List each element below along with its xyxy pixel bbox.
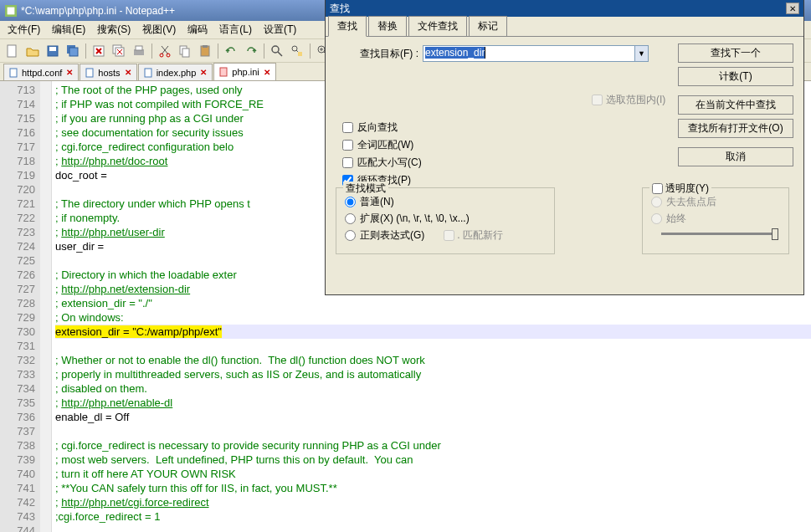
svg-point-18 <box>272 46 279 53</box>
open-icon[interactable] <box>23 42 42 60</box>
find-icon[interactable] <box>268 42 286 60</box>
cut-icon[interactable] <box>156 42 174 60</box>
undo-icon[interactable] <box>222 42 240 60</box>
file-icon <box>9 68 19 78</box>
mode-extended-radio[interactable]: 扩展(X) (\n, \r, \t, \0, \x...) <box>345 212 546 226</box>
count-button[interactable]: 计数(T) <box>678 67 793 86</box>
svg-rect-17 <box>203 45 208 48</box>
save-icon[interactable] <box>44 42 62 60</box>
menu-language[interactable]: 语言(L) <box>213 20 258 39</box>
in-selection-checkbox: 选取范围内(I) <box>592 93 665 107</box>
copy-icon[interactable] <box>176 42 194 60</box>
find-titlebar[interactable]: 查找 ✕ <box>326 0 803 17</box>
tab-php-ini[interactable]: php.ini✕ <box>213 63 275 80</box>
svg-rect-25 <box>145 69 151 77</box>
close-tab-icon[interactable]: ✕ <box>264 68 270 77</box>
app-icon <box>5 5 17 17</box>
svg-rect-11 <box>136 46 142 50</box>
find-tab-mark[interactable]: 标记 <box>469 16 507 37</box>
find-target-label: 查找目标(F) : <box>332 47 423 61</box>
transparency-legend[interactable]: 透明度(Y) <box>649 182 711 196</box>
close-dialog-button[interactable]: ✕ <box>786 3 799 14</box>
mode-regex-radio[interactable]: 正则表达式(G). 匹配新行 <box>345 228 546 243</box>
search-mode-group: 查找模式 普通(N) 扩展(X) (\n, \r, \t, \0, \x...)… <box>336 187 555 254</box>
mode-normal-radio[interactable]: 普通(N) <box>345 195 546 209</box>
find-tab-find[interactable]: 查找 <box>328 16 367 37</box>
replace-icon[interactable] <box>288 42 306 60</box>
find-history-dropdown[interactable]: ▼ <box>634 45 649 62</box>
backward-checkbox[interactable]: 反向查找 <box>342 120 422 135</box>
svg-rect-20 <box>298 52 302 56</box>
find-next-button[interactable]: 查找下一个 <box>678 43 793 63</box>
menu-file[interactable]: 文件(F) <box>2 20 46 39</box>
trans-on-lose-focus-radio: 失去焦点后 <box>651 195 780 209</box>
svg-rect-6 <box>69 48 78 56</box>
find-panel: 查找目标(F) : ▼ extension_dir 查找下一个 计数(T) 在当… <box>326 36 803 294</box>
svg-rect-2 <box>8 45 16 57</box>
menu-encoding[interactable]: 编码 <box>182 20 213 39</box>
menu-edit[interactable]: 编辑(E) <box>46 20 91 39</box>
print-icon[interactable] <box>130 42 148 60</box>
new-file-icon[interactable] <box>3 42 22 60</box>
svg-rect-24 <box>86 69 93 77</box>
svg-rect-15 <box>182 49 189 57</box>
trans-always-radio: 始终 <box>651 212 780 226</box>
cancel-button[interactable]: 取消 <box>678 147 793 166</box>
find-tab-bar: 查找 替换 文件查找 标记 <box>326 17 803 37</box>
window-title: *C:\wamp\php\php.ini - Notepad++ <box>21 5 175 17</box>
tab-httpd-conf[interactable]: httpd.conf✕ <box>3 64 79 80</box>
line-number-gutter: 7137147157167177187197207217227237247257… <box>0 81 40 532</box>
redo-icon[interactable] <box>242 42 260 60</box>
menu-search[interactable]: 搜索(S) <box>91 20 136 39</box>
file-icon <box>144 68 154 78</box>
find-dialog-title: 查找 <box>330 2 350 16</box>
menu-view[interactable]: 视图(V) <box>136 20 182 39</box>
transparency-slider[interactable] <box>661 233 778 235</box>
paste-icon[interactable] <box>196 42 214 60</box>
tab-hosts[interactable]: hosts✕ <box>80 64 136 80</box>
match-case-checkbox[interactable]: 匹配大小写(C) <box>342 156 422 170</box>
save-all-icon[interactable] <box>64 42 82 60</box>
svg-rect-23 <box>10 69 17 77</box>
close-tab-icon[interactable]: ✕ <box>125 68 131 77</box>
find-all-open-button[interactable]: 查找所有打开文件(O) <box>678 119 793 138</box>
find-dialog: 查找 ✕ 查找 替换 文件查找 标记 查找目标(F) : ▼ extension… <box>325 0 804 295</box>
find-tab-infiles[interactable]: 文件查找 <box>408 16 467 37</box>
search-mode-legend: 查找模式 <box>343 182 388 196</box>
svg-rect-1 <box>8 7 15 14</box>
find-tab-replace[interactable]: 替换 <box>368 16 407 37</box>
close-all-icon[interactable] <box>110 42 128 60</box>
close-tab-icon[interactable]: ✕ <box>66 68 73 77</box>
close-tab-icon[interactable]: ✕ <box>200 68 207 77</box>
find-target-input[interactable] <box>423 45 649 62</box>
svg-rect-4 <box>49 47 56 51</box>
whole-word-checkbox[interactable]: 全词匹配(W) <box>342 138 422 152</box>
svg-rect-26 <box>220 68 227 76</box>
tab-index-php[interactable]: index.php✕ <box>138 64 213 80</box>
file-icon <box>85 68 95 78</box>
find-in-current-button[interactable]: 在当前文件中查找 <box>678 95 793 115</box>
fold-margin <box>40 81 52 532</box>
file-modified-icon <box>219 67 229 77</box>
close-icon[interactable] <box>90 42 108 60</box>
transparency-group: 透明度(Y) 失去焦点后 始终 <box>642 187 789 254</box>
menu-settings[interactable]: 设置(T) <box>258 20 302 39</box>
